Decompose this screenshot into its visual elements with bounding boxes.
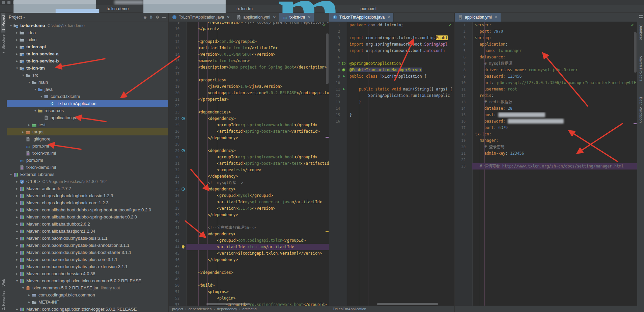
code-line[interactable]: import com.codingapi.txlcn.tm.config.Ena… xyxy=(347,35,454,41)
code-line[interactable]: # 详情可看 http://www.txlcn.org/zh-cn/docs/s… xyxy=(472,163,637,170)
tree-toggle-icon[interactable]: ▸ xyxy=(15,215,19,219)
code-line[interactable]: <dependency> xyxy=(186,115,329,122)
code-line[interactable]: <relativePath/> <!-- lookup parent from … xyxy=(186,22,329,26)
tree-item[interactable]: ▸Maven: com.baomidou:mybatis-plus-extens… xyxy=(7,263,168,270)
dep-icon[interactable] xyxy=(181,148,186,153)
code-line[interactable] xyxy=(186,103,329,109)
code-line[interactable]: <groupId>mysql</groupId> xyxy=(186,192,329,199)
close-icon[interactable]: ✕ xyxy=(308,15,311,20)
tree-item[interactable]: ▾src xyxy=(7,72,168,79)
gear-icon[interactable]: ⚙ xyxy=(156,15,159,20)
code-line[interactable]: </properties> xyxy=(186,96,329,103)
tree-item[interactable]: ▸Maven: com.codingapi.txlcn:txlcn-logger… xyxy=(7,306,168,312)
code-line[interactable]: <plugins> xyxy=(186,289,329,295)
editor-breadcrumb-item[interactable]: artifactId xyxy=(243,307,257,311)
code-line[interactable]: server: xyxy=(472,22,637,28)
code-line[interactable]: <!--mysql连接--> xyxy=(186,180,329,186)
code-line[interactable]: } xyxy=(347,99,454,105)
code-line[interactable]: SpringApplication.run(TxLcnTmApplic xyxy=(347,93,454,99)
tree-item[interactable]: tx-lcn-demo.iml xyxy=(7,164,168,171)
editor-breadcrumb-item[interactable]: dependency xyxy=(217,307,237,311)
tree-toggle-icon[interactable]: ▸ xyxy=(15,222,19,226)
tree-item[interactable]: CTxLcnTmApplication xyxy=(7,100,168,107)
code-line[interactable]: <codingapi.txlcn.version>5.0.2.RELEASE</… xyxy=(186,90,329,96)
tree-toggle-icon[interactable]: ▾ xyxy=(21,73,25,77)
code-line[interactable]: public class TxLcnTmApplication { xyxy=(347,73,454,80)
editor-breadcrumb-item[interactable]: project xyxy=(172,307,183,311)
tree-item[interactable]: application.yml xyxy=(7,114,168,121)
tree-toggle-icon[interactable]: ▸ xyxy=(15,251,19,254)
tree-toggle-icon[interactable]: ▸ xyxy=(15,307,19,311)
tool-stripe-button[interactable]: Web xyxy=(1,277,5,288)
code-line[interactable]: <java.version>1.8</java.version> xyxy=(186,83,329,90)
code-line[interactable]: </dependency> xyxy=(186,173,329,180)
code-line[interactable]: tx-lcn: xyxy=(472,131,637,137)
tool-stripe-button[interactable]: 7: Structure xyxy=(1,32,5,56)
tree-toggle-icon[interactable]: ▸ xyxy=(15,265,19,268)
tree-item[interactable]: ▸Maven: com.baomidou:mybatis-plus-core:3… xyxy=(7,256,168,263)
code-line[interactable]: <artifactId>mysql-connector-java</artifa… xyxy=(186,199,329,205)
tree-item[interactable]: ▸Maven: ch.qos.logback:logback-classic:1… xyxy=(7,192,168,199)
editor-tab[interactable]: CTxLcnTmApplication.java✕ xyxy=(169,13,233,22)
run-icon[interactable] xyxy=(341,87,346,92)
close-icon[interactable]: ✕ xyxy=(387,15,390,20)
code-line[interactable] xyxy=(347,80,454,86)
tree-toggle-icon[interactable]: ▸ xyxy=(27,293,31,297)
tree-toggle-icon[interactable]: ▸ xyxy=(15,59,19,63)
tool-stripe-button[interactable]: Maven Projects xyxy=(639,54,643,83)
code-line[interactable]: port: 6379 xyxy=(472,125,637,131)
code-line[interactable]: public static void main(String[] args) { xyxy=(347,86,454,93)
tree-item[interactable]: ▸Maven: com.alibaba.boot:dubbo-spring-bo… xyxy=(7,206,168,213)
tree-toggle-icon[interactable]: ▸ xyxy=(27,123,31,127)
bean-icon[interactable] xyxy=(341,68,346,72)
editor-breadcrumb-item[interactable]: dependencies xyxy=(189,307,212,311)
tree-item[interactable]: ▸Maven: com.baomidou:mybatis-plus:3.1.1 xyxy=(7,235,168,242)
editor-tab[interactable]: application.yml✕ xyxy=(455,13,501,22)
code-line[interactable]: <!--分布式事务管理tm--> xyxy=(186,225,329,231)
tree-item[interactable]: ▸Maven: com.baomidou:mybatis-plus-annota… xyxy=(7,242,168,249)
code-line[interactable]: @SpringBootApplication xyxy=(347,60,454,67)
code-line[interactable]: <dependency> xyxy=(186,186,329,192)
tree-toggle-icon[interactable]: ▸ xyxy=(15,229,19,233)
code-line[interactable] xyxy=(186,141,329,148)
tree-item[interactable]: ▾com.dd.txlcntm xyxy=(7,93,168,100)
editor-breadcrumb-item[interactable]: TxLcnTmApplication xyxy=(333,307,366,311)
scrollbar-thumb[interactable] xyxy=(377,303,438,305)
tool-stripe-button[interactable]: 1: Project xyxy=(1,13,5,32)
tree-toggle-icon[interactable]: ▸ xyxy=(21,130,25,134)
tree-item[interactable]: ▸target xyxy=(7,128,168,135)
code-line[interactable] xyxy=(186,71,329,77)
chevron-down-icon[interactable]: ▾ xyxy=(23,16,25,19)
tree-toggle-icon[interactable]: ▸ xyxy=(15,52,19,56)
code-line[interactable]: host: xyxy=(472,112,637,118)
tree-toggle-icon[interactable]: ▸ xyxy=(15,201,19,205)
tree-item[interactable]: ▸tx-lcn-service-b xyxy=(7,57,168,64)
tool-window-switcher-icon[interactable] xyxy=(639,15,643,18)
code-line[interactable]: url: jdbc:mysql://127.0.0.1:3306/tx-mana… xyxy=(472,80,637,86)
code-line[interactable]: @EnableTransactionManagerServer xyxy=(347,67,454,73)
tool-stripe-button[interactable]: Bean Validation xyxy=(639,95,643,125)
code-line[interactable]: name: tx-manager xyxy=(472,48,637,54)
run-icon[interactable] xyxy=(341,74,346,79)
tree-toggle-icon[interactable]: ▾ xyxy=(15,279,19,283)
code-line[interactable]: } xyxy=(347,112,454,118)
tree-item[interactable]: ▾tx-lcn-demoC:\study\tx-lcn-demo xyxy=(7,22,168,29)
bulb-icon[interactable] xyxy=(181,244,186,249)
vertical-scrollbar[interactable] xyxy=(326,33,329,84)
tree-toggle-icon[interactable]: ▸ xyxy=(15,31,19,34)
tree-toggle-icon[interactable]: ▸ xyxy=(15,236,19,240)
code-line[interactable]: # redis数据源 xyxy=(472,99,637,105)
code-line[interactable]: port: 7970 xyxy=(472,28,637,35)
locate-icon[interactable]: ⊕ xyxy=(143,15,147,20)
editor-tab[interactable]: CTxLcnTmApplication.java✕ xyxy=(329,13,394,22)
code-line[interactable] xyxy=(347,105,454,112)
horizontal-scrollbar[interactable] xyxy=(347,303,454,306)
tree-toggle-icon[interactable]: ▸ xyxy=(15,38,19,42)
code-line[interactable]: <dependency> xyxy=(186,148,329,154)
close-icon[interactable]: ✕ xyxy=(494,15,497,20)
code-line[interactable]: <version>0.0.1-SNAPSHOT</version> xyxy=(186,51,329,58)
code-line[interactable] xyxy=(186,276,329,282)
code-line[interactable]: <groupId>com.dd</groupId> xyxy=(186,38,329,45)
code-line[interactable]: <artifactId>spring-boot-starter</artifac… xyxy=(186,128,329,135)
code-line[interactable]: <version>5.1.45</version> xyxy=(186,205,329,212)
